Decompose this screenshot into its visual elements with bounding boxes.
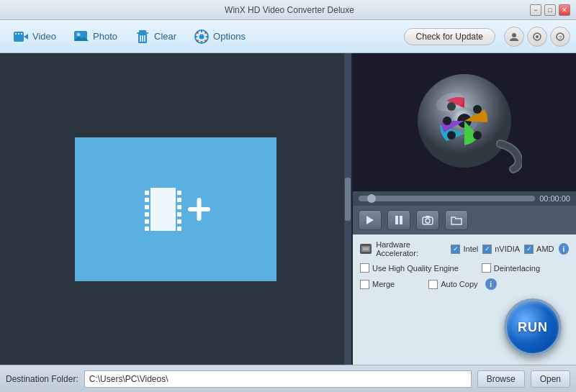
app-title: WinX HD Video Converter Deluxe [49, 5, 530, 15]
add-video-area[interactable] [75, 137, 276, 281]
hw-accel-icon [360, 244, 372, 254]
photo-icon [73, 29, 89, 45]
svg-rect-40 [177, 205, 181, 209]
svg-rect-33 [145, 198, 149, 202]
main-content: 00:00:00 [0, 53, 576, 365]
video-icon [13, 29, 29, 45]
options-panel: Hardware Accelerator: ✓ Intel ✓ nVIDIA ✓… [353, 234, 576, 365]
window-controls: − □ ✕ [530, 4, 570, 16]
intel-checkbox[interactable]: ✓ [451, 245, 460, 254]
svg-point-51 [473, 105, 482, 114]
seek-bar[interactable] [359, 196, 535, 201]
svg-rect-41 [177, 212, 181, 216]
svg-rect-56 [395, 216, 398, 224]
scrollbar-thumb [345, 178, 351, 221]
seek-thumb [367, 194, 376, 203]
svg-marker-55 [366, 216, 374, 224]
hw-accelerator-row: Hardware Accelerator: ✓ Intel ✓ nVIDIA ✓… [360, 240, 569, 257]
svg-point-52 [473, 131, 482, 140]
svg-rect-36 [145, 219, 149, 224]
photo-button[interactable]: Photo [66, 25, 125, 48]
toolbar: Video Photo Clear [0, 20, 576, 53]
play-button[interactable] [359, 210, 382, 230]
destination-input[interactable] [84, 370, 472, 388]
svg-point-19 [199, 34, 204, 39]
deinterlacing-item: Deinterlacing [482, 263, 540, 273]
merge-label: Merge [372, 280, 395, 288]
photo-label: Photo [93, 31, 117, 42]
intel-checkbox-item: ✓ Intel [451, 245, 478, 254]
svg-marker-1 [24, 34, 28, 40]
svg-line-23 [205, 40, 207, 41]
svg-point-6 [77, 32, 81, 36]
amd-checkbox[interactable]: ✓ [524, 245, 534, 254]
snapshot-button[interactable] [416, 210, 439, 230]
auto-copy-checkbox[interactable] [428, 280, 438, 289]
clear-icon [135, 29, 150, 45]
browse-button[interactable]: Browse [477, 370, 525, 388]
hw-accelerator-label: Hardware Accelerator: [376, 240, 446, 257]
svg-rect-32 [145, 191, 149, 195]
feedback-button[interactable] [527, 27, 547, 47]
check-update-button[interactable]: Check for Update [404, 28, 495, 45]
film-reel-image [407, 65, 522, 180]
quality-row: Use High Quality Engine Deinterlacing [360, 263, 569, 273]
merge-item: Merge [360, 280, 395, 289]
svg-point-53 [443, 117, 451, 125]
user-icons: ? [504, 27, 570, 47]
close-button[interactable]: ✕ [559, 4, 570, 16]
user-account-button[interactable] [504, 27, 524, 47]
video-label: Video [32, 31, 56, 42]
maximize-button[interactable]: □ [544, 4, 556, 16]
intel-label: Intel [463, 245, 478, 253]
options-label: Options [213, 31, 246, 42]
deinterlacing-label: Deinterlacing [494, 264, 540, 273]
svg-line-21 [205, 32, 207, 33]
svg-rect-37 [145, 227, 149, 231]
deinterlacing-checkbox[interactable] [482, 263, 491, 273]
title-bar: WinX HD Video Converter Deluxe − □ ✕ [0, 0, 576, 20]
svg-rect-43 [177, 227, 181, 231]
svg-line-22 [197, 40, 199, 41]
high-quality-checkbox[interactable] [360, 263, 369, 273]
svg-rect-38 [177, 191, 181, 195]
auto-copy-info-button[interactable]: i [485, 278, 497, 290]
nvidia-checkbox[interactable]: ✓ [482, 245, 492, 254]
time-display: 00:00:00 [539, 194, 570, 203]
svg-rect-39 [177, 198, 181, 202]
svg-point-50 [447, 131, 456, 140]
left-panel [0, 53, 353, 365]
run-button[interactable]: RUN [504, 298, 562, 356]
merge-checkbox[interactable] [360, 280, 369, 289]
video-button[interactable]: Video [6, 25, 63, 48]
options-button[interactable]: Options [186, 25, 253, 48]
svg-text:?: ? [559, 35, 562, 41]
left-scrollbar[interactable] [344, 53, 351, 365]
svg-rect-42 [177, 219, 181, 224]
progress-bar-area: 00:00:00 [353, 191, 576, 206]
clear-label: Clear [154, 31, 176, 42]
merge-row: Merge Auto Copy i [360, 278, 569, 290]
open-button[interactable]: Open [531, 370, 570, 388]
help-button[interactable]: ? [550, 27, 570, 47]
run-button-container: RUN [360, 296, 569, 359]
hw-info-button[interactable]: i [559, 243, 569, 255]
high-quality-label: Use High Quality Engine [372, 264, 459, 273]
svg-rect-3 [18, 33, 19, 35]
clear-button[interactable]: Clear [127, 25, 184, 48]
svg-rect-8 [139, 30, 146, 32]
folder-button[interactable] [445, 210, 468, 230]
minimize-button[interactable]: − [530, 4, 541, 16]
bottom-bar: Destination Folder: Browse Open [0, 365, 576, 392]
destination-label: Destination Folder: [6, 374, 78, 384]
amd-label: AMD [536, 245, 554, 253]
svg-rect-60 [426, 216, 430, 218]
svg-rect-2 [15, 33, 17, 35]
preview-area [353, 53, 576, 191]
media-controls [353, 206, 576, 234]
auto-copy-item: Auto Copy [428, 280, 477, 289]
svg-line-20 [197, 32, 199, 33]
pause-button[interactable] [387, 210, 410, 230]
svg-rect-4 [21, 33, 22, 35]
svg-point-26 [536, 35, 539, 38]
